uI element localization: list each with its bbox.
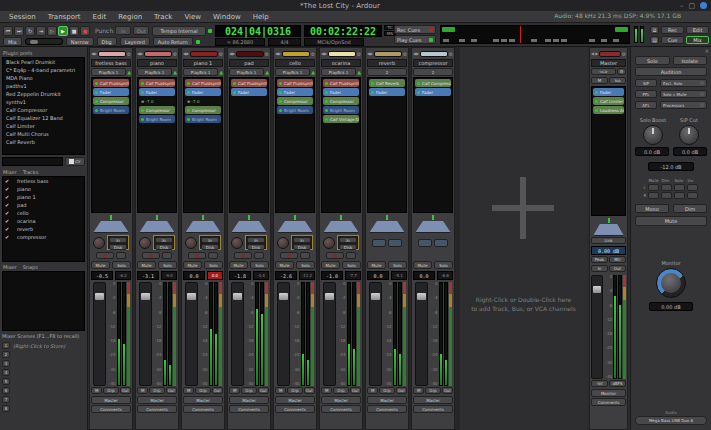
processor-fader[interactable]: Fader — [415, 88, 451, 96]
solo-button[interactable]: Solo — [112, 261, 131, 269]
strip-menu-icon[interactable]: ⚙ — [311, 51, 315, 57]
processor-meterrow[interactable]: ≡ -7.0 — [185, 97, 221, 105]
track-visible-checkbox[interactable]: ✔ — [5, 178, 13, 184]
fader-handle[interactable] — [371, 293, 380, 300]
peak-display[interactable]: -7.7 — [345, 271, 361, 280]
page-tab-rec[interactable]: Rec — [661, 26, 684, 34]
minimize-icon[interactable]: – — [680, 2, 684, 10]
input-button[interactable]: PlayBck 1 — [183, 68, 218, 76]
processor-box[interactable]: Calf FluidsynthFaderCompressorBright Roo… — [91, 77, 131, 213]
footer-button-m[interactable]: M — [183, 387, 194, 394]
bus-button-b[interactable] — [434, 239, 448, 247]
input-button[interactable]: PlayBck 1 — [137, 68, 172, 76]
mute-button[interactable]: Mute — [321, 261, 340, 269]
processor-led[interactable] — [371, 82, 374, 85]
panner-widget[interactable] — [415, 221, 451, 233]
monitor-mute-button[interactable]: Mute — [635, 216, 707, 226]
processor-fader[interactable]: Fader — [139, 88, 175, 96]
close-icon[interactable] — [700, 2, 707, 9]
page-tab-edit[interactable]: Edit — [686, 26, 709, 34]
footer-button-m[interactable]: M — [367, 387, 378, 394]
bus-button-a[interactable] — [418, 239, 432, 247]
footer-button-out[interactable]: Out — [120, 387, 131, 394]
auto-return-combo[interactable]: Auto Return — [153, 37, 193, 46]
vca-gear-icon[interactable]: ⚙ — [617, 68, 626, 75]
gain-display[interactable]: -2.6 — [275, 271, 297, 280]
track-color-bar[interactable] — [282, 51, 309, 57]
mixer-scene-row[interactable]: 8 — [2, 404, 85, 413]
processor-led[interactable] — [187, 118, 190, 121]
processor-box[interactable]: Calf FluidsynthFader — [229, 77, 269, 213]
solo-boost-value[interactable]: 0.0 dB — [635, 147, 669, 156]
processor-led[interactable] — [325, 91, 328, 94]
footer-button-grp[interactable]: Grp — [379, 387, 394, 394]
processor-box[interactable]: Calf CompressorFader — [413, 77, 453, 213]
footer-button-grp[interactable]: Grp — [241, 387, 256, 394]
plugin-list-item[interactable]: synthv1 — [3, 98, 84, 106]
input-active-led[interactable] — [346, 252, 356, 259]
processor-box[interactable]: Calf FluidsynthFader≡ -7.0CompressorBrig… — [183, 77, 223, 213]
solo-button[interactable]: Solo — [342, 261, 361, 269]
mute-button[interactable]: Mute — [137, 261, 156, 269]
fader-handle[interactable] — [417, 293, 426, 300]
processor-led[interactable] — [325, 82, 328, 85]
mixer-scene-row[interactable]: 3 — [2, 359, 85, 368]
strip-name-button[interactable]: piano 1 — [183, 59, 223, 67]
processor-pre[interactable]: Calf Fluidsynth — [277, 79, 313, 87]
footer-button-grp[interactable]: Grp — [333, 387, 348, 394]
comments-button[interactable]: Comments — [275, 405, 315, 413]
footer-button-out[interactable]: Out — [166, 387, 177, 394]
balance-widget[interactable] — [593, 224, 624, 236]
gain-display[interactable]: 0.0 — [367, 271, 389, 280]
strip-name-button[interactable]: cello — [275, 59, 315, 67]
processor-post[interactable]: Compressor — [323, 97, 359, 105]
scene-slot-button[interactable]: 5 — [2, 378, 10, 385]
play-range-button[interactable]: ⇥ — [36, 26, 46, 36]
solo-mode-sip[interactable]: SiP — [635, 79, 657, 87]
processor-pre[interactable]: Calf Fluidsynth — [93, 79, 129, 87]
output-button[interactable]: Master — [413, 396, 453, 404]
footer-button-m[interactable]: M — [321, 387, 332, 394]
track-visibility-row[interactable]: ✔piano 1 — [3, 193, 84, 201]
plugin-list-item[interactable]: C* Eq4p - 4-band parametri — [3, 66, 84, 74]
monitor-input-button[interactable]: In — [247, 237, 265, 243]
input-button[interactable]: PlayBck 1 — [275, 68, 310, 76]
footer-button-m[interactable]: M — [137, 387, 148, 394]
processor-led[interactable] — [595, 109, 598, 112]
hw-device-button[interactable]: Mega Bass USB Duo 8 — [635, 416, 707, 425]
output-button[interactable]: Master — [137, 396, 177, 404]
sync-source-button[interactable]: Tempo Internal — [152, 26, 206, 36]
monitor-close-icon[interactable]: ✕ — [705, 48, 709, 54]
gain-display[interactable]: -1.8 — [229, 271, 251, 280]
track-visibility-row[interactable]: ✔piano — [3, 185, 84, 193]
track-visibility-row[interactable]: ✔pad — [3, 201, 84, 209]
fader-handle[interactable] — [279, 293, 288, 300]
output-button[interactable]: Master — [91, 396, 131, 404]
gain-fader[interactable] — [591, 275, 603, 379]
master-m-button[interactable]: M — [591, 77, 608, 84]
mini-timeline[interactable] — [440, 25, 630, 44]
strip-menu-icon[interactable]: ⚙ — [219, 51, 223, 57]
mixer-groups-box[interactable] — [2, 271, 85, 331]
output-button[interactable]: Master — [321, 396, 361, 404]
mixer-scene-row[interactable]: 6 — [2, 386, 85, 395]
width-toggle-icon[interactable]: ◀▶ — [91, 51, 97, 56]
solo-button[interactable]: Solo — [296, 261, 315, 269]
channel-l-inv-button[interactable] — [687, 184, 698, 191]
peak-display[interactable]: -5.1 — [391, 271, 407, 280]
master-iso-button[interactable]: Iso — [609, 77, 626, 84]
plugin-search-clear-button[interactable]: Clr — [65, 157, 85, 166]
gain-display[interactable]: 0.0 — [183, 271, 205, 280]
track-visible-checkbox[interactable]: ✔ — [5, 226, 13, 232]
master-in-button[interactable]: In — [591, 265, 608, 272]
tempo-display[interactable]: ≈ 86.2880 — [215, 38, 265, 46]
track-color-bar[interactable] — [236, 51, 263, 57]
strip-name-button[interactable]: ocarina — [321, 59, 361, 67]
processor-post[interactable]: Calf Vintage Delay — [323, 115, 359, 123]
panner-widget[interactable] — [277, 221, 313, 233]
primary-clock[interactable]: 024|04|0316 — [215, 25, 301, 37]
gain-fader[interactable] — [231, 282, 244, 386]
width-toggle-icon[interactable]: ◀▶ — [367, 51, 373, 56]
page-tab-mix[interactable]: Mix — [686, 36, 709, 44]
menu-session[interactable]: Session — [3, 13, 42, 21]
